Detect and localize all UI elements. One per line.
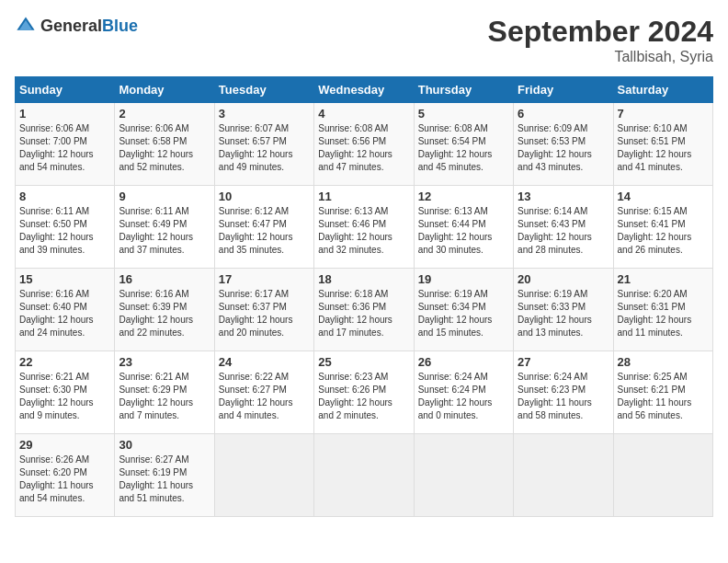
- header-row: Sunday Monday Tuesday Wednesday Thursday…: [16, 77, 713, 103]
- calendar-cell: 3 Sunrise: 6:07 AM Sunset: 6:57 PM Dayli…: [214, 103, 313, 186]
- sunset-label: Sunset: 6:49 PM: [119, 219, 187, 229]
- day-info: Sunrise: 6:25 AM Sunset: 6:21 PM Dayligh…: [618, 371, 709, 422]
- calendar-cell: 6 Sunrise: 6:09 AM Sunset: 6:53 PM Dayli…: [514, 103, 613, 186]
- daylight-label: Daylight: 12 hours and 43 minutes.: [518, 149, 592, 172]
- day-number: 12: [418, 190, 509, 203]
- daylight-label: Daylight: 12 hours and 28 minutes.: [518, 232, 592, 255]
- daylight-label: Daylight: 12 hours and 13 minutes.: [518, 315, 592, 338]
- day-number: 21: [618, 272, 709, 286]
- sunset-label: Sunset: 6:41 PM: [618, 219, 686, 229]
- sunrise-label: Sunrise: 6:19 AM: [418, 289, 488, 299]
- sunset-label: Sunset: 6:34 PM: [418, 302, 486, 312]
- sunrise-label: Sunrise: 6:16 AM: [19, 289, 89, 299]
- sunset-label: Sunset: 6:24 PM: [418, 385, 486, 395]
- calendar-cell: 18 Sunrise: 6:18 AM Sunset: 6:36 PM Dayl…: [314, 269, 414, 351]
- sunrise-label: Sunrise: 6:11 AM: [19, 206, 89, 216]
- calendar-week-row: 15 Sunrise: 6:16 AM Sunset: 6:40 PM Dayl…: [16, 269, 713, 351]
- sunrise-label: Sunrise: 6:07 AM: [219, 123, 289, 133]
- day-number: 10: [219, 190, 310, 203]
- calendar-cell: 28 Sunrise: 6:25 AM Sunset: 6:21 PM Dayl…: [613, 351, 712, 434]
- day-info: Sunrise: 6:23 AM Sunset: 6:26 PM Dayligh…: [318, 371, 409, 422]
- calendar-body: 1 Sunrise: 6:06 AM Sunset: 7:00 PM Dayli…: [16, 103, 713, 517]
- sunrise-label: Sunrise: 6:06 AM: [19, 123, 89, 133]
- calendar-cell: 21 Sunrise: 6:20 AM Sunset: 6:31 PM Dayl…: [613, 269, 712, 351]
- calendar-cell: 10 Sunrise: 6:12 AM Sunset: 6:47 PM Dayl…: [214, 186, 313, 269]
- daylight-label: Daylight: 11 hours and 54 minutes.: [19, 480, 94, 503]
- month-title: September 2024: [488, 15, 713, 49]
- sunset-label: Sunset: 6:47 PM: [219, 219, 287, 229]
- sunset-label: Sunset: 6:33 PM: [518, 302, 586, 312]
- day-number: 13: [518, 190, 609, 203]
- day-info: Sunrise: 6:08 AM Sunset: 6:54 PM Dayligh…: [418, 122, 509, 174]
- day-number: 7: [618, 107, 709, 121]
- sunrise-label: Sunrise: 6:21 AM: [19, 372, 89, 382]
- day-info: Sunrise: 6:06 AM Sunset: 7:00 PM Dayligh…: [19, 122, 110, 174]
- day-number: 4: [318, 107, 409, 121]
- calendar-cell: 19 Sunrise: 6:19 AM Sunset: 6:34 PM Dayl…: [414, 269, 513, 351]
- calendar-cell: 15 Sunrise: 6:16 AM Sunset: 6:40 PM Dayl…: [16, 269, 115, 351]
- sunrise-label: Sunrise: 6:22 AM: [219, 372, 289, 382]
- day-info: Sunrise: 6:21 AM Sunset: 6:30 PM Dayligh…: [19, 371, 110, 422]
- calendar-cell: [314, 434, 414, 517]
- day-number: 27: [518, 355, 609, 369]
- sunset-label: Sunset: 6:53 PM: [518, 136, 586, 146]
- col-friday: Friday: [514, 77, 613, 103]
- day-number: 15: [19, 272, 110, 286]
- calendar-week-row: 22 Sunrise: 6:21 AM Sunset: 6:30 PM Dayl…: [16, 351, 713, 434]
- calendar-cell: 11 Sunrise: 6:13 AM Sunset: 6:46 PM Dayl…: [314, 186, 414, 269]
- sunrise-label: Sunrise: 6:21 AM: [119, 372, 188, 382]
- daylight-label: Daylight: 12 hours and 30 minutes.: [418, 232, 493, 255]
- day-info: Sunrise: 6:22 AM Sunset: 6:27 PM Dayligh…: [219, 371, 310, 422]
- sunrise-label: Sunrise: 6:11 AM: [119, 206, 188, 216]
- day-info: Sunrise: 6:20 AM Sunset: 6:31 PM Dayligh…: [618, 288, 709, 339]
- calendar-table: Sunday Monday Tuesday Wednesday Thursday…: [15, 76, 713, 517]
- calendar-cell: 4 Sunrise: 6:08 AM Sunset: 6:56 PM Dayli…: [314, 103, 414, 186]
- calendar-cell: 22 Sunrise: 6:21 AM Sunset: 6:30 PM Dayl…: [16, 351, 115, 434]
- day-info: Sunrise: 6:24 AM Sunset: 6:23 PM Dayligh…: [518, 371, 609, 422]
- calendar-cell: 13 Sunrise: 6:14 AM Sunset: 6:43 PM Dayl…: [514, 186, 613, 269]
- sunset-label: Sunset: 6:50 PM: [19, 219, 87, 229]
- col-thursday: Thursday: [414, 77, 513, 103]
- daylight-label: Daylight: 12 hours and 11 minutes.: [618, 315, 692, 338]
- day-info: Sunrise: 6:19 AM Sunset: 6:33 PM Dayligh…: [518, 288, 609, 339]
- sunset-label: Sunset: 6:39 PM: [119, 302, 187, 312]
- day-info: Sunrise: 6:07 AM Sunset: 6:57 PM Dayligh…: [219, 122, 310, 174]
- day-number: 17: [219, 272, 310, 286]
- logo-icon: [15, 15, 37, 37]
- calendar-cell: 20 Sunrise: 6:19 AM Sunset: 6:33 PM Dayl…: [514, 269, 613, 351]
- calendar-cell: 27 Sunrise: 6:24 AM Sunset: 6:23 PM Dayl…: [514, 351, 613, 434]
- sunrise-label: Sunrise: 6:24 AM: [418, 372, 488, 382]
- sunset-label: Sunset: 6:29 PM: [119, 385, 187, 395]
- day-info: Sunrise: 6:11 AM Sunset: 6:50 PM Dayligh…: [19, 205, 110, 257]
- sunset-label: Sunset: 6:19 PM: [119, 467, 187, 477]
- calendar-cell: 5 Sunrise: 6:08 AM Sunset: 6:54 PM Dayli…: [414, 103, 513, 186]
- calendar-cell: 1 Sunrise: 6:06 AM Sunset: 7:00 PM Dayli…: [16, 103, 115, 186]
- sunrise-label: Sunrise: 6:10 AM: [618, 123, 688, 133]
- sunrise-label: Sunrise: 6:15 AM: [618, 206, 688, 216]
- col-tuesday: Tuesday: [214, 77, 313, 103]
- day-number: 8: [19, 190, 110, 203]
- sunrise-label: Sunrise: 6:16 AM: [119, 289, 188, 299]
- daylight-label: Daylight: 12 hours and 37 minutes.: [119, 232, 193, 255]
- daylight-label: Daylight: 12 hours and 0 minutes.: [418, 397, 493, 420]
- daylight-label: Daylight: 12 hours and 47 minutes.: [318, 149, 392, 172]
- day-info: Sunrise: 6:26 AM Sunset: 6:20 PM Dayligh…: [19, 454, 110, 505]
- sunrise-label: Sunrise: 6:09 AM: [518, 123, 587, 133]
- sunset-label: Sunset: 6:57 PM: [219, 136, 287, 146]
- page-header: GeneralBlue September 2024 Tallbisah, Sy…: [15, 15, 713, 65]
- day-number: 1: [19, 107, 110, 121]
- day-info: Sunrise: 6:09 AM Sunset: 6:53 PM Dayligh…: [518, 122, 609, 174]
- daylight-label: Daylight: 12 hours and 45 minutes.: [418, 149, 493, 172]
- daylight-label: Daylight: 12 hours and 9 minutes.: [19, 397, 94, 420]
- daylight-label: Daylight: 12 hours and 49 minutes.: [219, 149, 293, 172]
- daylight-label: Daylight: 12 hours and 41 minutes.: [618, 149, 692, 172]
- calendar-cell: 16 Sunrise: 6:16 AM Sunset: 6:39 PM Dayl…: [115, 269, 214, 351]
- sunset-label: Sunset: 7:00 PM: [19, 136, 87, 146]
- sunrise-label: Sunrise: 6:12 AM: [219, 206, 289, 216]
- location-title: Tallbisah, Syria: [488, 49, 713, 65]
- day-number: 5: [418, 107, 509, 121]
- logo-text: GeneralBlue: [40, 17, 138, 36]
- day-number: 25: [318, 355, 409, 369]
- day-info: Sunrise: 6:17 AM Sunset: 6:37 PM Dayligh…: [219, 288, 310, 339]
- day-info: Sunrise: 6:08 AM Sunset: 6:56 PM Dayligh…: [318, 122, 409, 174]
